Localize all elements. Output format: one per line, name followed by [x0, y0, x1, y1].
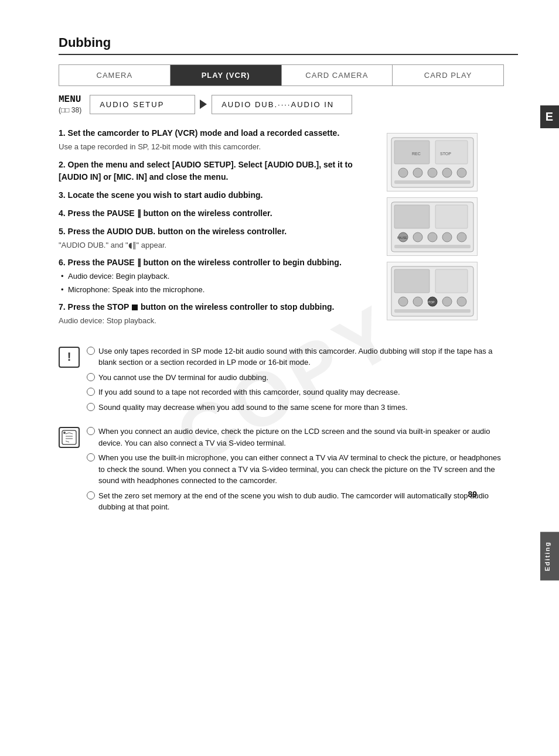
info-block: When you connect an audio device, check …: [59, 426, 504, 516]
warning-text-3: If you add sound to a tape not recorded …: [98, 386, 504, 398]
step-6: 6. Press the PAUSE ‖ button on the wirel…: [59, 256, 375, 295]
step-2-text: 2. Open the menu and select [AUDIO SETUP…: [59, 160, 353, 182]
step-7: 7. Press the STOP button on the wireless…: [59, 301, 375, 327]
page-number: 89: [468, 490, 477, 499]
step-7-text: 7. Press the STOP button on the wireless…: [59, 302, 334, 312]
steps-area: 1. Set the camcorder to PLAY (VCR) mode …: [59, 127, 375, 333]
info-text-3: Set the zero set memory at the end of th…: [98, 490, 504, 513]
step-1: 1. Set the camcorder to PLAY (VCR) mode …: [59, 127, 375, 153]
step-4: 4. Press the PAUSE ‖ button on the wirel…: [59, 207, 375, 220]
device-image-2: PAUSE: [387, 197, 478, 256]
svg-point-4: [413, 168, 422, 177]
menu-audio-setup: AUDIO SETUP: [90, 95, 195, 114]
svg-text:REC: REC: [412, 152, 421, 156]
info-item-2: When you use the built-in microphone, yo…: [87, 452, 504, 487]
mode-tabs: CAMERA PLAY (VCR) CARD CAMERA CARD PLAY: [59, 64, 504, 86]
info-bullet-3: [87, 491, 95, 500]
section-label-e: E: [540, 105, 559, 128]
step-4-text: 4. Press the PAUSE ‖ button on the wirel…: [59, 208, 272, 218]
svg-text:PAUSE: PAUSE: [397, 236, 407, 240]
svg-rect-8: [394, 180, 471, 184]
warning-bullet-1: [87, 347, 95, 355]
warning-bullet-3: [87, 388, 95, 396]
svg-point-3: [398, 168, 408, 177]
svg-rect-23: [435, 269, 468, 293]
tab-card-play[interactable]: CARD PLAY: [393, 65, 503, 85]
svg-point-32: [63, 432, 66, 434]
svg-point-16: [428, 232, 437, 242]
svg-rect-13: [435, 205, 468, 228]
info-icon: [59, 427, 80, 448]
step-1-sub: Use a tape recorded in SP, 12-bit mode w…: [59, 141, 375, 153]
svg-rect-19: [394, 245, 471, 248]
info-items: When you connect an audio device, check …: [87, 426, 504, 516]
tab-card-camera[interactable]: CARD CAMERA: [282, 65, 393, 85]
warning-block: ! Use only tapes recorded in SP mode 12-…: [59, 345, 504, 417]
svg-point-17: [442, 232, 452, 242]
svg-point-28: [457, 297, 466, 306]
menu-label: MENU: [59, 94, 81, 105]
stop-icon: [132, 305, 138, 310]
page-title: Dubbing: [59, 35, 518, 55]
svg-text:STOP: STOP: [440, 152, 451, 156]
section-label-editing: Editing: [540, 532, 559, 580]
step-2: 2. Open the menu and select [AUDIO SETUP…: [59, 159, 375, 183]
step-6-bullet-2: Microphone: Speak into the microphone.: [59, 284, 375, 296]
step-6-bullet-1: Audio device: Begin playback.: [59, 271, 375, 282]
warning-text-2: You cannot use the DV terminal for audio…: [98, 372, 504, 384]
info-bullet-2: [87, 453, 95, 461]
warning-bullet-2: [87, 373, 95, 381]
info-text-2: When you use the built-in microphone, yo…: [98, 452, 504, 487]
info-bullet-1: [87, 427, 95, 435]
menu-ref: (□□ 38): [59, 106, 81, 114]
warning-items: Use only tapes recorded in SP mode 12-bi…: [87, 345, 504, 417]
menu-arrow: [200, 100, 207, 109]
step-5-text: 5. Press the AUDIO DUB. button on the wi…: [59, 227, 287, 236]
svg-point-15: [413, 232, 422, 242]
svg-point-7: [457, 168, 466, 177]
device-image-3: STOP: [387, 262, 478, 320]
step-6-text: 6. Press the PAUSE ‖ button on the wirel…: [59, 258, 342, 267]
tab-play-vcr[interactable]: PLAY (VCR): [171, 65, 282, 85]
warning-item-2: You cannot use the DV terminal for audio…: [87, 372, 504, 384]
step-5: 5. Press the AUDIO DUB. button on the wi…: [59, 225, 375, 251]
step-3: 3. Locate the scene you wish to start au…: [59, 189, 375, 201]
svg-text:STOP: STOP: [427, 300, 435, 304]
warning-text-4: Sound quality may decrease when you add …: [98, 402, 504, 413]
step-1-text: 1. Set the camcorder to PLAY (VCR) mode …: [59, 128, 339, 138]
step-7-sub: Audio device: Stop playback.: [59, 315, 375, 327]
main-content: 1. Set the camcorder to PLAY (VCR) mode …: [59, 127, 518, 333]
svg-rect-22: [394, 269, 430, 293]
info-item-3: Set the zero set memory at the end of th…: [87, 490, 504, 513]
warning-text-1: Use only tapes recorded in SP mode 12-bi…: [98, 345, 504, 368]
svg-rect-29: [394, 309, 471, 313]
svg-rect-12: [394, 205, 430, 228]
menu-audio-path: AUDIO DUB.····AUDIO IN: [212, 95, 352, 114]
tab-camera[interactable]: CAMERA: [59, 65, 171, 85]
warning-icon: !: [59, 347, 80, 368]
notes-area: ! Use only tapes recorded in SP mode 12-…: [59, 345, 504, 516]
menu-row: MENU (□□ 38) AUDIO SETUP AUDIO DUB.····A…: [59, 94, 504, 114]
warning-item-4: Sound quality may decrease when you add …: [87, 402, 504, 413]
svg-point-25: [413, 297, 422, 306]
svg-point-5: [428, 168, 437, 177]
info-text-1: When you connect an audio device, check …: [98, 426, 504, 449]
svg-point-27: [442, 297, 452, 306]
step-3-text: 3. Locate the scene you wish to start au…: [59, 190, 263, 200]
info-item-1: When you connect an audio device, check …: [87, 426, 504, 449]
device-image-1: REC STOP: [387, 133, 478, 191]
device-images: REC STOP: [387, 127, 486, 333]
svg-point-18: [457, 232, 466, 242]
warning-item-3: If you add sound to a tape not recorded …: [87, 386, 504, 398]
svg-point-24: [398, 297, 408, 306]
warning-bullet-4: [87, 403, 95, 411]
step-5-quote: "AUDIO DUB." and "◖‖" appear.: [59, 240, 375, 251]
warning-item-1: Use only tapes recorded in SP mode 12-bi…: [87, 345, 504, 368]
svg-point-6: [442, 168, 452, 177]
